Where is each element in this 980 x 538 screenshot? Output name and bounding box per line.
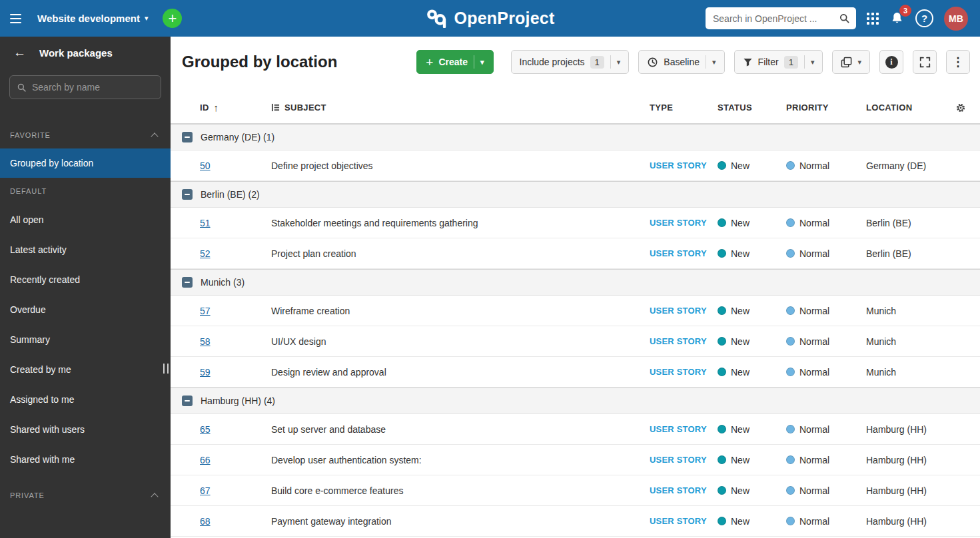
work-package-priority[interactable]: Normal xyxy=(786,516,866,527)
sidebar-item-all-open[interactable]: All open xyxy=(0,204,171,234)
work-package-subject[interactable]: Stakeholder meetings and requirements ga… xyxy=(271,218,650,228)
table-row[interactable]: 67 Build core e-commerce features USER S… xyxy=(171,475,980,506)
table-row[interactable]: 52 Project plan creation USER STORY New … xyxy=(171,238,980,269)
work-package-id-link[interactable]: 50 xyxy=(200,160,211,171)
table-row[interactable]: 58 UI/UX design USER STORY New Normal Mu… xyxy=(171,326,980,357)
table-row[interactable]: 65 Set up server and database USER STORY… xyxy=(171,414,980,445)
work-package-type[interactable]: USER STORY xyxy=(650,455,718,465)
column-header-id[interactable]: ID ↑ xyxy=(200,102,271,113)
work-package-id-link[interactable]: 52 xyxy=(200,248,211,259)
work-package-priority[interactable]: Normal xyxy=(786,367,866,378)
work-package-status[interactable]: New xyxy=(718,485,786,496)
baseline-button[interactable]: Baseline ▾ xyxy=(638,50,724,74)
work-package-status[interactable]: New xyxy=(718,424,786,435)
work-package-priority[interactable]: Normal xyxy=(786,424,866,435)
work-package-type[interactable]: USER STORY xyxy=(650,485,718,495)
work-package-subject[interactable]: Wireframe creation xyxy=(271,306,650,316)
table-row[interactable]: 50 Define project objectives USER STORY … xyxy=(171,150,980,181)
column-header-location[interactable]: LOCATION xyxy=(866,103,967,113)
work-package-status[interactable]: New xyxy=(718,455,786,465)
work-package-type[interactable]: USER STORY xyxy=(650,306,718,316)
sidebar-section-private[interactable]: PRIVATE xyxy=(0,482,171,509)
work-package-location[interactable]: Germany (DE) xyxy=(866,160,967,171)
work-package-subject[interactable]: Build core e-commerce features xyxy=(271,485,650,496)
more-options-button[interactable]: ⋮ xyxy=(946,50,970,74)
work-package-priority[interactable]: Normal xyxy=(786,485,866,496)
work-package-type[interactable]: USER STORY xyxy=(650,424,718,434)
work-package-location[interactable]: Munich xyxy=(866,306,967,316)
work-package-location[interactable]: Hamburg (HH) xyxy=(866,516,967,527)
collapse-group-icon[interactable] xyxy=(182,189,193,200)
help-button[interactable]: ? xyxy=(915,9,933,27)
work-package-id-link[interactable]: 59 xyxy=(200,367,211,378)
work-package-location[interactable]: Munich xyxy=(866,367,967,378)
table-row[interactable]: 59 Design review and approval USER STORY… xyxy=(171,357,980,388)
work-package-type[interactable]: USER STORY xyxy=(650,336,718,346)
work-package-subject[interactable]: Design review and approval xyxy=(271,367,650,378)
work-package-type[interactable]: USER STORY xyxy=(650,248,718,258)
work-package-type[interactable]: USER STORY xyxy=(650,218,718,228)
work-package-status[interactable]: New xyxy=(718,306,786,316)
work-package-type[interactable]: USER STORY xyxy=(650,516,718,526)
fullscreen-button[interactable] xyxy=(913,50,937,74)
work-package-subject[interactable]: Project plan creation xyxy=(271,248,650,259)
global-search-input[interactable] xyxy=(713,13,835,24)
sidebar-section-default[interactable]: DEFAULT xyxy=(0,178,171,204)
work-package-priority[interactable]: Normal xyxy=(786,455,866,465)
app-logo[interactable]: OpenProject xyxy=(426,9,555,28)
table-row[interactable]: 68 Payment gateway integration USER STOR… xyxy=(171,506,980,537)
work-package-priority[interactable]: Normal xyxy=(786,248,866,259)
notifications-bell[interactable]: 3 xyxy=(889,11,905,26)
work-package-location[interactable]: Berlin (BE) xyxy=(866,248,967,259)
work-package-status[interactable]: New xyxy=(718,218,786,228)
work-package-status[interactable]: New xyxy=(718,336,786,347)
column-header-type[interactable]: TYPE xyxy=(650,103,718,113)
work-package-priority[interactable]: Normal xyxy=(786,160,866,171)
work-package-priority[interactable]: Normal xyxy=(786,306,866,316)
work-package-subject[interactable]: Develop user authentication system: xyxy=(271,455,650,465)
sidebar-item-assigned-to-me[interactable]: Assigned to me xyxy=(0,384,171,414)
work-package-subject[interactable]: Set up server and database xyxy=(271,424,650,435)
sidebar-item-shared-with-me[interactable]: Shared with me xyxy=(0,444,171,474)
work-package-status[interactable]: New xyxy=(718,516,786,527)
sidebar-item-recently-created[interactable]: Recently created xyxy=(0,264,171,294)
work-package-id-link[interactable]: 66 xyxy=(200,455,211,465)
sidebar-item-grouped-by-location[interactable]: Grouped by location xyxy=(0,148,171,178)
create-button[interactable]: + Create ▾ xyxy=(416,50,493,74)
work-package-id-link[interactable]: 65 xyxy=(200,424,211,435)
filter-button[interactable]: Filter 1 ▾ xyxy=(734,50,823,74)
sidebar-search-input[interactable] xyxy=(32,82,154,93)
view-settings-button[interactable]: ▾ xyxy=(832,50,870,74)
column-header-subject[interactable]: SUBJECT xyxy=(271,103,650,113)
work-package-type[interactable]: USER STORY xyxy=(650,367,718,377)
sidebar-item-overdue[interactable]: Overdue xyxy=(0,294,171,324)
work-package-subject[interactable]: Define project objectives xyxy=(271,160,650,171)
column-header-status[interactable]: STATUS xyxy=(718,103,786,113)
sidebar-resize-handle[interactable] xyxy=(163,364,169,374)
work-package-status[interactable]: New xyxy=(718,160,786,171)
work-package-type[interactable]: USER STORY xyxy=(650,160,718,170)
work-package-subject[interactable]: UI/UX design xyxy=(271,336,650,347)
work-package-location[interactable]: Hamburg (HH) xyxy=(866,485,967,496)
back-arrow-icon[interactable]: ← xyxy=(13,45,26,60)
include-projects-button[interactable]: Include projects 1 ▾ xyxy=(511,50,630,74)
work-package-priority[interactable]: Normal xyxy=(786,336,866,347)
sidebar-item-created-by-me[interactable]: Created by me xyxy=(0,354,171,384)
table-row[interactable]: 51 Stakeholder meetings and requirements… xyxy=(171,208,980,238)
work-package-status[interactable]: New xyxy=(718,367,786,378)
work-package-location[interactable]: Munich xyxy=(866,336,967,347)
work-package-id-link[interactable]: 57 xyxy=(200,306,211,316)
work-package-subject[interactable]: Payment gateway integration xyxy=(271,516,650,527)
table-settings-gear-icon[interactable] xyxy=(955,103,966,113)
hamburger-menu-icon[interactable] xyxy=(0,0,31,37)
collapse-group-icon[interactable] xyxy=(182,132,193,142)
sidebar-item-latest-activity[interactable]: Latest activity xyxy=(0,234,171,264)
project-selector[interactable]: Website development ▾ xyxy=(31,0,155,37)
column-header-priority[interactable]: PRIORITY xyxy=(786,103,866,113)
sidebar-search[interactable] xyxy=(9,75,161,99)
work-package-id-link[interactable]: 67 xyxy=(200,485,211,496)
work-package-id-link[interactable]: 68 xyxy=(200,516,211,527)
table-row[interactable]: 57 Wireframe creation USER STORY New Nor… xyxy=(171,296,980,326)
work-package-priority[interactable]: Normal xyxy=(786,218,866,228)
global-search[interactable] xyxy=(706,7,856,29)
